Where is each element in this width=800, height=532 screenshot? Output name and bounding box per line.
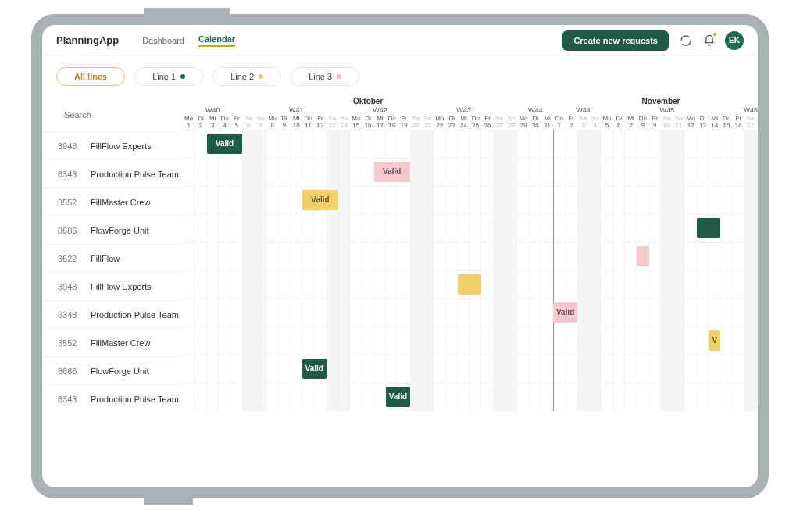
grid-cell <box>494 214 505 242</box>
grid-cell <box>577 383 589 411</box>
day-header-cell: Mo5 <box>601 116 612 130</box>
filter-line-3[interactable]: Line 3 <box>291 67 359 86</box>
grid-cell <box>327 242 338 270</box>
calendar-bar[interactable]: Valid <box>302 359 327 379</box>
grid-cell <box>481 130 493 158</box>
filter-line-2[interactable]: Line 2 <box>212 67 281 86</box>
week-row: W40W41W42W43W44W44W45W46 <box>183 106 758 116</box>
grid-cell <box>517 355 529 383</box>
day-header-cell: So4 <box>589 116 601 130</box>
week-label: W44 <box>576 106 591 114</box>
day-header-cell: Fr16 <box>733 116 745 130</box>
resource-row[interactable]: 6343Production Pulse Team <box>42 384 183 412</box>
resource-row[interactable]: 3552FillMaster Crew <box>42 187 183 216</box>
resource-list: 3948FillFlow Experts6343Production Pulse… <box>42 131 183 412</box>
search-icon <box>58 110 59 120</box>
filter-all-lines[interactable]: All lines <box>56 67 125 86</box>
resource-row[interactable]: 8686FlowForge Unit <box>42 216 183 244</box>
week-label: W42 <box>373 106 388 114</box>
calendar-bar[interactable]: V <box>709 330 720 351</box>
grid-cell <box>637 298 648 327</box>
grid-cell <box>458 214 470 242</box>
resource-id: 6343 <box>58 310 83 320</box>
calendar-bar[interactable]: Valid <box>386 387 410 407</box>
calendar-bar[interactable]: Valid <box>207 134 243 154</box>
calendar-bar[interactable]: Valid <box>302 190 338 210</box>
calendar-bar[interactable] <box>697 218 721 238</box>
grid-cell <box>255 214 266 242</box>
grid-cell <box>362 186 373 214</box>
week-label: W45 <box>659 106 674 114</box>
grid-cell <box>494 158 505 186</box>
grid-cell <box>362 158 373 186</box>
grid-body: ValidValidValidValidVValidValid <box>183 130 758 411</box>
filter-label: Line 2 <box>230 72 254 81</box>
timeline-pane[interactable]: OktoberNovember W40W41W42W43W44W44W45W46… <box>183 97 758 464</box>
day-header-cell: Do25 <box>470 116 481 130</box>
create-request-button[interactable]: Create new requests <box>562 30 669 51</box>
grid-cell <box>374 355 386 383</box>
grid-cell <box>697 270 709 298</box>
grid-cell <box>338 242 350 270</box>
grid-cell <box>601 130 612 158</box>
grid-cell <box>697 383 709 411</box>
resource-row[interactable]: 6343Production Pulse Team <box>42 159 183 187</box>
grid-cell <box>422 186 434 214</box>
grid-cell <box>625 383 637 411</box>
grid-cell <box>577 270 589 298</box>
day-header-cell: Mo29 <box>517 116 529 130</box>
grid-cell <box>541 383 553 411</box>
resource-row[interactable]: 6343Production Pulse Team <box>42 300 183 328</box>
grid-cell <box>266 214 278 242</box>
grid-cell <box>242 158 254 186</box>
grid-cell <box>350 355 362 383</box>
resource-row[interactable]: 3948FillFlow Experts <box>42 131 183 159</box>
grid-cell <box>278 383 290 411</box>
grid-cell <box>733 158 745 186</box>
resource-row[interactable]: 3622FillFlow <box>42 244 183 272</box>
nav-calendar[interactable]: Calendar <box>198 34 235 47</box>
grid-cell <box>470 383 481 411</box>
grid-cell <box>566 186 577 214</box>
grid-cell <box>362 270 373 298</box>
grid-cell <box>422 242 434 270</box>
filter-label: Line 1 <box>152 72 176 81</box>
grid-cell <box>684 214 696 242</box>
nav-dashboard[interactable]: Dashboard <box>142 36 184 45</box>
resource-row[interactable]: 3948FillFlow Experts <box>42 272 183 300</box>
grid-cell <box>291 242 302 270</box>
refresh-icon[interactable] <box>678 33 694 48</box>
grid-cell <box>327 383 338 411</box>
grid-cell <box>745 214 756 242</box>
calendar-bar[interactable]: Valid <box>553 302 577 323</box>
grid-cell <box>684 383 696 411</box>
grid-cell <box>219 327 230 355</box>
calendar-bar[interactable] <box>637 246 648 266</box>
grid-cell <box>553 158 565 186</box>
resource-row[interactable]: 3552FillMaster Crew <box>42 328 183 356</box>
grid-cell <box>278 130 290 158</box>
grid-cell <box>314 298 326 327</box>
search-input[interactable] <box>64 110 172 120</box>
grid-cell <box>589 298 601 327</box>
grid-cell <box>410 383 422 411</box>
filter-line-1[interactable]: Line 1 <box>134 67 203 86</box>
calendar-bar[interactable]: Valid <box>374 162 410 182</box>
grid-cell <box>745 130 756 158</box>
calendar-bar[interactable] <box>458 274 482 295</box>
grid-cell <box>207 327 219 355</box>
bell-icon[interactable] <box>702 33 717 48</box>
grid-cell <box>386 186 398 214</box>
grid-cell <box>278 270 290 298</box>
grid-cell <box>350 327 362 355</box>
grid-cell <box>278 242 290 270</box>
grid-cell <box>446 327 458 355</box>
grid-cell <box>613 186 625 214</box>
grid-cell <box>745 242 756 270</box>
grid-cell <box>470 242 481 270</box>
grid-cell <box>422 383 434 411</box>
day-header-cell: Fr12 <box>314 116 326 130</box>
grid-cell <box>338 270 350 298</box>
resource-row[interactable]: 8686FlowForge Unit <box>42 356 183 384</box>
avatar[interactable]: EK <box>725 31 744 50</box>
